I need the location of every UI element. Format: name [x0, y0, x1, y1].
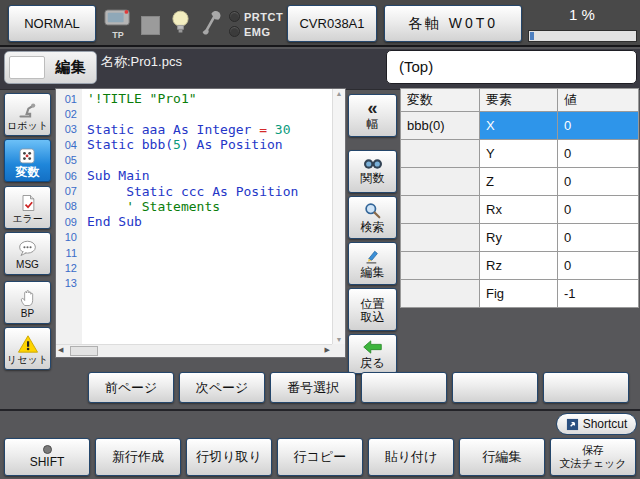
paste-button[interactable]: 貼り付け [368, 438, 454, 476]
wrench-icon [200, 8, 221, 39]
variable-name-cell[interactable] [401, 280, 479, 307]
variable-name-cell[interactable]: bbb(0) [401, 112, 479, 139]
element-cell[interactable]: X [480, 112, 557, 139]
code-text: '!TITLE "Pro1" [82, 91, 197, 106]
binoculars-icon [362, 158, 384, 170]
blank-function-button[interactable] [361, 372, 447, 403]
code-segment: End Sub [87, 214, 142, 229]
sidebar-item-bp[interactable]: BP [4, 281, 51, 324]
horizontal-scrollbar[interactable]: ◀ ▶ [56, 344, 332, 357]
value-cell[interactable]: 0 [558, 252, 638, 279]
code-line: 02 [56, 106, 331, 121]
shift-button[interactable]: SHIFT [4, 438, 90, 476]
warning-icon [17, 334, 39, 354]
value-cell[interactable]: 0 [558, 224, 638, 251]
tab-indicator-box [9, 56, 45, 79]
variable-name-cell[interactable] [401, 224, 479, 251]
code-text: End Sub [82, 214, 142, 229]
tp-device-icon [104, 8, 132, 27]
back-label: 戻る [360, 355, 384, 372]
axis-mode-button[interactable]: 各軸 W0T0 [384, 5, 522, 42]
number-select-button[interactable]: 番号選択 [270, 372, 356, 403]
element-cell[interactable]: Rz [480, 252, 557, 279]
prev-page-button[interactable]: 前ページ [88, 372, 174, 403]
element-cell[interactable]: Ry [480, 224, 557, 251]
sidebar-item-variables[interactable]: 変数 [4, 139, 51, 182]
scroll-up-icon[interactable]: ▲ [333, 90, 345, 97]
element-cell[interactable]: Fig [480, 280, 557, 307]
scroll-left-icon[interactable]: ◀ [58, 346, 63, 354]
variable-name-cell[interactable] [401, 168, 479, 195]
sidebar-item-robot[interactable]: ロボット [4, 93, 51, 136]
blank-function-button[interactable] [452, 372, 538, 403]
scope-selector[interactable]: (Top) [386, 50, 637, 84]
stop-square-icon [141, 16, 160, 35]
sidebar-label: リセット [7, 354, 48, 366]
copy-line-button[interactable]: 行コピー [277, 438, 363, 476]
scroll-down-icon[interactable]: ▼ [333, 336, 345, 343]
next-page-button[interactable]: 次ページ [179, 372, 265, 403]
vertical-scrollbar[interactable]: ▲ ▼ [332, 89, 345, 344]
sidebar-label: MSG [16, 259, 39, 271]
new-line-button[interactable]: 新行作成 [95, 438, 181, 476]
element-cell[interactable]: Z [480, 168, 557, 195]
tab-edit[interactable]: 編集 [4, 51, 97, 84]
code-segment: 5 [173, 137, 181, 152]
width-label: 幅 [367, 116, 379, 133]
emg-led-icon [229, 26, 240, 37]
code-line: 07 Static ccc As Position [56, 183, 331, 198]
code-line: 01'!TITLE "Pro1" [56, 91, 331, 106]
code-segment: = [259, 122, 267, 137]
speed-progress-bar [528, 30, 637, 42]
sidebar-item-reset[interactable]: リセット [4, 327, 51, 370]
blank-function-button[interactable] [543, 372, 629, 403]
code-line: 10 [56, 230, 331, 245]
edit-line-button[interactable]: 行編集 [459, 438, 545, 476]
code-segment: ) As Position [181, 137, 283, 152]
scroll-right-icon[interactable]: ▶ [325, 346, 330, 354]
value-cell[interactable]: 0 [558, 112, 638, 139]
code-line: 03Static aaa As Integer = 30 [56, 122, 331, 137]
code-segment: 30 [267, 122, 290, 137]
search-button[interactable]: 検索 [348, 196, 397, 239]
line-number: 10 [56, 231, 82, 243]
variable-name-cell[interactable] [401, 196, 479, 223]
variable-name-cell[interactable] [401, 140, 479, 167]
code-line: 13 [56, 276, 331, 291]
line-number: 02 [56, 108, 82, 120]
back-button[interactable]: 戻る [348, 334, 397, 374]
sidebar-item-error[interactable]: エラー [4, 186, 51, 229]
function-button[interactable]: 関数 [348, 150, 397, 193]
width-button[interactable]: « 幅 [348, 94, 397, 137]
teach-pendant-screen: NORMAL TP [0, 0, 640, 479]
save-label-line2: 文法チェック [559, 457, 626, 470]
value-cell[interactable]: 0 [558, 140, 638, 167]
cut-line-button[interactable]: 行切り取り [186, 438, 272, 476]
edit-button[interactable]: 編集 [348, 242, 397, 285]
value-cell[interactable]: -1 [558, 280, 638, 307]
save-syntax-check-button[interactable]: 保存 文法チェック [550, 438, 636, 476]
sidebar-label: 変数 [16, 166, 40, 178]
position-capture-label-line2: 取込 [361, 311, 385, 324]
tp-indicator: TP [103, 8, 133, 40]
variable-name-cell[interactable] [401, 252, 479, 279]
mode-button[interactable]: NORMAL [8, 5, 96, 42]
shortcut-button[interactable]: Shortcut [556, 413, 637, 435]
back-arrow-icon [362, 339, 383, 355]
collapse-icon: « [367, 100, 377, 116]
line-number: 12 [56, 262, 82, 274]
program-name-button[interactable]: CVR038A1 [287, 5, 377, 42]
value-cell[interactable]: 0 [558, 196, 638, 223]
code-segment: '!TITLE "Pro1" [87, 91, 197, 106]
value-cell[interactable]: 0 [558, 168, 638, 195]
sidebar-item-msg[interactable]: MSG [4, 232, 51, 275]
code-text: Sub Main [82, 168, 150, 183]
position-capture-button[interactable]: 位置 取込 [348, 288, 397, 331]
line-number: 06 [56, 170, 82, 182]
emg-label: EMG [244, 26, 271, 38]
code-editor[interactable]: 01'!TITLE "Pro1" 02 03Static aaa As Inte… [55, 88, 346, 358]
element-cell[interactable]: Y [480, 140, 557, 167]
element-cell[interactable]: Rx [480, 196, 557, 223]
pencil-icon [364, 249, 381, 264]
scrollbar-thumb[interactable] [70, 346, 98, 356]
